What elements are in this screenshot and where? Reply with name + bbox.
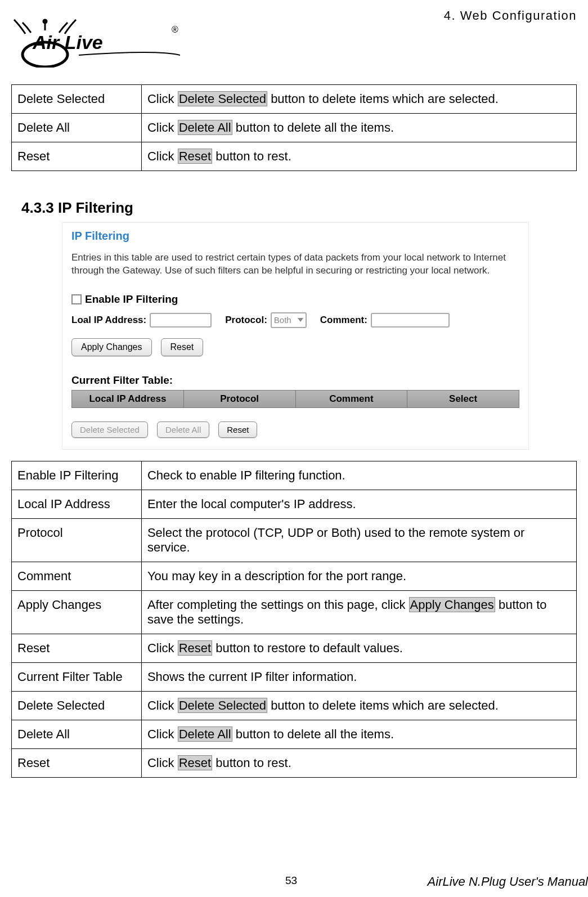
col-comment: Comment (296, 391, 408, 407)
def-desc: Click Reset button to rest. (141, 142, 576, 171)
table-row: Current Filter Table Shows the current I… (12, 662, 577, 691)
manual-title: AirLive N.Plug User's Manual (428, 874, 588, 889)
table-row: Delete Selected Click Delete Selected bu… (12, 691, 577, 720)
def-desc: Select the protocol (TCP, UDP or Both) u… (141, 518, 576, 562)
comment-input[interactable] (371, 313, 450, 328)
col-select: Select (407, 391, 519, 407)
col-protocol: Protocol (184, 391, 296, 407)
def-desc: You may key in a description for the por… (141, 562, 576, 590)
def-label: Current Filter Table (12, 662, 142, 691)
definition-table-2: Enable IP Filtering Check to enable IP f… (11, 461, 577, 778)
apply-changes-button[interactable]: Apply Changes (71, 338, 152, 356)
def-desc: Click Reset button to rest. (141, 748, 576, 777)
def-desc: Click Delete All button to delete all th… (141, 720, 576, 748)
protocol-select[interactable]: Both (271, 312, 307, 328)
def-desc: Check to enable IP filtering function. (141, 461, 576, 490)
def-desc: After completing the settings on this pa… (141, 590, 576, 634)
filter-table-header: Local IP Address Protocol Comment Select (71, 390, 519, 408)
def-label: Reset (12, 748, 142, 777)
comment-label: Comment: (320, 315, 367, 326)
table-row: Enable IP Filtering Check to enable IP f… (12, 461, 577, 490)
table-row: Delete All Click Delete All button to de… (12, 720, 577, 748)
def-label: Reset (12, 142, 142, 171)
enable-row: Enable IP Filtering (71, 293, 519, 306)
def-desc: Click Delete All button to delete all th… (141, 114, 576, 142)
page-header: Air Live ® 4. Web Configuration (11, 6, 577, 73)
table-row: Apply Changes After completing the setti… (12, 590, 577, 634)
def-label: Apply Changes (12, 590, 142, 634)
protocol-label: Protocol: (225, 315, 267, 326)
section-heading: 4.3.3 IP Filtering (21, 199, 577, 217)
screenshot-ip-filtering: IP Filtering Entries in this table are u… (62, 222, 529, 450)
table-row: Reset Click Reset button to rest. (12, 748, 577, 777)
def-label: Protocol (12, 518, 142, 562)
def-desc: Shows the current IP filter information. (141, 662, 576, 691)
delete-selected-button[interactable]: Delete Selected (71, 421, 148, 438)
def-label: Delete All (12, 114, 142, 142)
definition-table-1: Delete Selected Click Delete Selected bu… (11, 84, 577, 171)
delete-all-button[interactable]: Delete All (157, 421, 209, 438)
enable-ip-filtering-label: Enable IP Filtering (85, 293, 178, 306)
col-local-ip: Local IP Address (72, 391, 184, 407)
table-row: Local IP Address Enter the local compute… (12, 490, 577, 518)
airlive-logo: Air Live ® (11, 17, 180, 70)
table-row: Reset Click Reset button to restore to d… (12, 634, 577, 662)
fields-row: Loal IP Address: Protocol: Both Comment: (71, 312, 519, 328)
table-row: Comment You may key in a description for… (12, 562, 577, 590)
chevron-down-icon (298, 318, 303, 322)
table-row: Delete All Click Delete All button to de… (12, 114, 577, 142)
local-ip-label: Loal IP Address: (71, 315, 146, 326)
logo-svg: Air Live ® (11, 17, 180, 68)
reset-button-2[interactable]: Reset (218, 421, 257, 438)
svg-point-1 (43, 20, 47, 23)
table-row: Protocol Select the protocol (TCP, UDP o… (12, 518, 577, 562)
table-row: Reset Click Reset button to rest. (12, 142, 577, 171)
table-row: Delete Selected Click Delete Selected bu… (12, 85, 577, 114)
def-label: Reset (12, 634, 142, 662)
sc-title: IP Filtering (71, 230, 519, 243)
svg-text:Air Live: Air Live (32, 32, 103, 53)
def-desc: Click Delete Selected button to delete i… (141, 85, 576, 114)
def-label: Delete Selected (12, 691, 142, 720)
def-label: Local IP Address (12, 490, 142, 518)
enable-ip-filtering-checkbox[interactable] (71, 294, 82, 304)
svg-text:®: ® (172, 25, 178, 34)
def-label: Enable IP Filtering (12, 461, 142, 490)
sc-description: Entries in this table are used to restri… (71, 252, 519, 277)
def-label: Comment (12, 562, 142, 590)
chapter-title: 4. Web Configuration (444, 8, 577, 23)
def-desc: Click Reset button to restore to default… (141, 634, 576, 662)
def-label: Delete All (12, 720, 142, 748)
page-footer: 53 AirLive N.Plug User's Manual (0, 874, 588, 887)
def-desc: Click Delete Selected button to delete i… (141, 691, 576, 720)
current-filter-table-label: Current Filter Table: (71, 374, 519, 387)
reset-button[interactable]: Reset (161, 338, 204, 356)
button-row-2: Delete Selected Delete All Reset (71, 421, 519, 438)
def-desc: Enter the local computer's IP address. (141, 490, 576, 518)
def-label: Delete Selected (12, 85, 142, 114)
button-row-1: Apply Changes Reset (71, 338, 519, 356)
local-ip-input[interactable] (150, 313, 212, 328)
